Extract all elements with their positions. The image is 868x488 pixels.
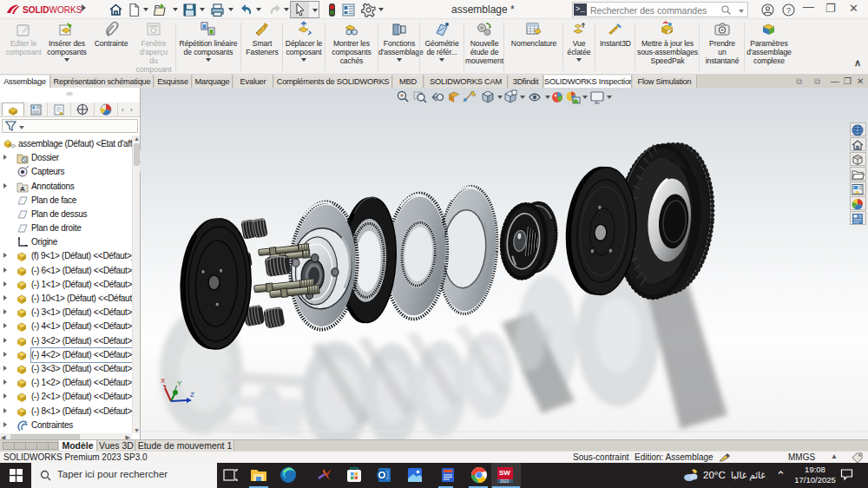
svg-text:Y: Y [177,379,182,387]
svg-text:Z: Z [190,391,194,399]
svg-text:X: X [161,377,166,385]
svg-text:SOLIDWORKS: SOLIDWORKS [23,5,82,15]
svg-text:A: A [20,185,25,193]
svg-text:2023: 2023 [500,479,510,484]
svg-text:?: ? [786,6,791,15]
svg-text:SW: SW [499,469,510,477]
